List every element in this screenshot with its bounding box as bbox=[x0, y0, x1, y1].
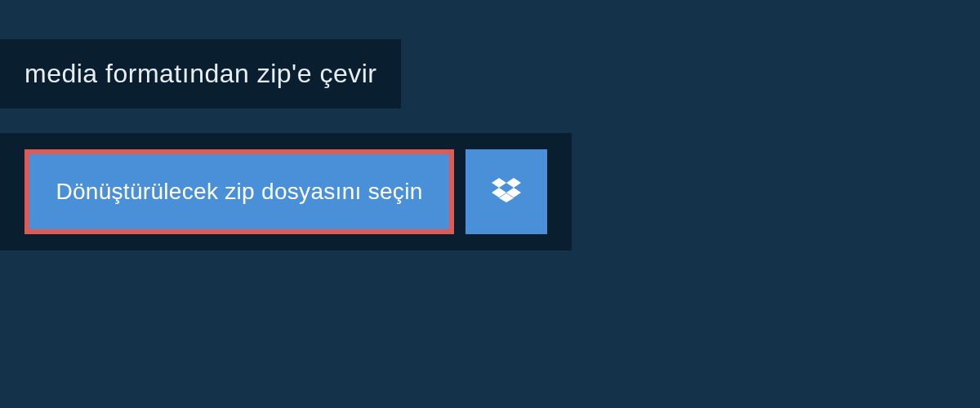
page-header: media formatından zip'e çevir bbox=[0, 39, 401, 109]
select-file-label: Dönüştürülecek zip dosyasını seçin bbox=[56, 179, 422, 205]
page-title: media formatından zip'e çevir bbox=[24, 59, 376, 89]
select-file-button[interactable]: Dönüştürülecek zip dosyasını seçin bbox=[24, 149, 454, 234]
dropbox-icon bbox=[492, 175, 521, 208]
dropbox-button[interactable] bbox=[466, 149, 547, 234]
upload-panel: Dönüştürülecek zip dosyasını seçin bbox=[0, 133, 572, 251]
